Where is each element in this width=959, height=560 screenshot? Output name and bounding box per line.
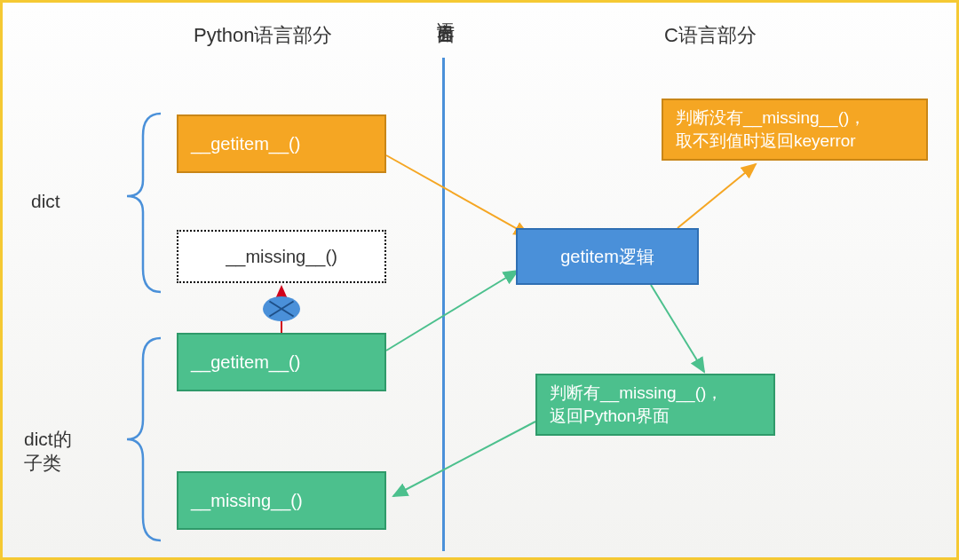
group-label-subclass: dict的 子类 bbox=[24, 427, 72, 476]
language-divider bbox=[442, 58, 445, 551]
node-py-getitem-sub: __getitem__() bbox=[177, 333, 386, 391]
arrow-py-getitem-dict-to-c bbox=[386, 155, 528, 235]
header-c: C语言部分 bbox=[664, 22, 757, 49]
arrow-c-to-has-missing bbox=[651, 285, 704, 372]
brace-subclass bbox=[3, 3, 959, 560]
arrows bbox=[3, 3, 959, 560]
node-py-missing-dict: __missing__() bbox=[177, 230, 386, 283]
diagram-frame: Python语言部分 语言界面 C语言部分 dict dict的 子类 __ge… bbox=[0, 0, 959, 560]
node-py-getitem-dict: __getitem__() bbox=[177, 114, 386, 173]
node-py-missing-sub: __missing__() bbox=[177, 471, 386, 530]
node-c-getitem: getitem逻辑 bbox=[516, 228, 699, 285]
arrow-c-to-no-missing bbox=[678, 164, 756, 228]
header-interface: 语言界面 bbox=[433, 8, 455, 15]
group-label-dict: dict bbox=[31, 189, 60, 213]
arrow-has-missing-to-py-missing bbox=[393, 422, 535, 496]
blocked-indicator bbox=[263, 296, 300, 321]
header-python: Python语言部分 bbox=[194, 22, 333, 49]
brace-dict bbox=[3, 3, 959, 560]
arrow-py-getitem-sub-to-c bbox=[386, 271, 518, 351]
node-c-no-missing: 判断没有__missing__()， 取不到值时返回keyerror bbox=[662, 99, 928, 161]
node-c-has-missing: 判断有__missing__()， 返回Python界面 bbox=[535, 374, 775, 436]
